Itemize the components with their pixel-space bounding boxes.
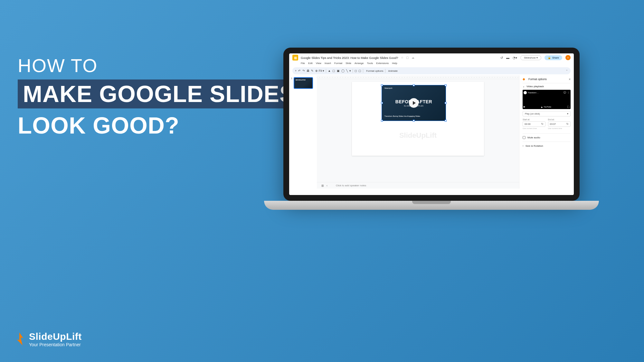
menu-help[interactable]: Help xyxy=(392,62,397,66)
resize-handle[interactable] xyxy=(381,84,383,86)
yt-play-icon[interactable]: ▶ xyxy=(524,106,525,108)
cloud-icon[interactable]: ☁ xyxy=(412,56,414,59)
end-time-input[interactable]: 03:07 ↻ xyxy=(548,121,571,127)
laptop-frame: ▦ Google Slides Tips and Tricks 2023: Ho… xyxy=(283,48,580,210)
ruler-horizontal[interactable] xyxy=(317,75,519,79)
brand-tagline: Your Presentation Partner xyxy=(29,342,82,347)
video-object[interactable]: SlideUpLift BEFORE AFTER SLIDES EXAMPLES… xyxy=(382,85,446,121)
speaker-notes-bar: ⊞ ‹ Click to add speaker notes xyxy=(317,182,519,189)
resize-handle[interactable] xyxy=(381,102,383,104)
refresh-icon[interactable]: ↻ xyxy=(541,123,544,125)
slide-number: 1 xyxy=(291,77,292,79)
resize-handle[interactable] xyxy=(445,84,447,86)
use-current-time-end[interactable]: Use current time xyxy=(548,127,571,129)
resize-handle[interactable] xyxy=(413,84,415,86)
fullscreen-icon[interactable]: ⛶ xyxy=(567,106,570,108)
thumbnail-text: BEFORE AFTER xyxy=(296,79,306,81)
tool-format-options[interactable]: Format options xyxy=(366,70,383,72)
info-icon[interactable]: ⓘ xyxy=(564,91,566,94)
mute-checkbox[interactable] xyxy=(523,136,526,139)
brand-icon xyxy=(14,332,25,347)
start-at-label: Start at: xyxy=(523,118,545,121)
toolbar: + ↶ ↷ 🖶 ✎ ⊕ Fit ▾ ▲ ▢ ▣ ◯ ╲ ▾ ◻ ▢ Format… xyxy=(292,67,571,74)
play-mode-dropdown[interactable]: Play (on click) ▾ xyxy=(523,111,571,116)
resize-handle[interactable] xyxy=(413,120,415,122)
tool-redo[interactable]: ↷ xyxy=(302,69,305,72)
youtube-video-name: Transform ... xyxy=(528,92,563,94)
gslides-logo-icon[interactable]: ▦ xyxy=(292,55,298,60)
tool-mask[interactable]: ▢ xyxy=(358,69,361,72)
lock-icon: 🔒 xyxy=(548,56,551,59)
tool-textbox[interactable]: ▢ xyxy=(332,69,335,72)
format-options-icon: ◆ xyxy=(523,77,526,81)
tool-select[interactable]: ▲ xyxy=(328,69,331,72)
document-title[interactable]: Google Slides Tips and Tricks 2023: How … xyxy=(301,56,398,60)
hero-text: HOW TO MAKE GOOGLE SLIDES LOOK GOOD? xyxy=(18,55,300,139)
size-rotation-section[interactable]: › Size & Rotation xyxy=(523,142,571,147)
canvas-area: SlideUpLift BEFORE AFTER SLIDES EXAMPLES… xyxy=(317,79,519,182)
hero-line-1: HOW TO xyxy=(18,55,300,76)
tool-shape[interactable]: ◯ xyxy=(341,69,345,72)
resize-handle[interactable] xyxy=(381,120,383,122)
menu-slide[interactable]: Slide xyxy=(346,62,351,66)
mute-label: Mute audio xyxy=(527,136,540,139)
youtube-logo: ▶YouTube xyxy=(541,106,551,108)
watermark-text: SlideUpLift xyxy=(399,131,437,140)
grid-view-icon[interactable]: ⊞ xyxy=(321,184,324,187)
tool-paint[interactable]: ✎ xyxy=(311,69,314,72)
move-icon[interactable]: ▢ xyxy=(406,56,409,59)
menu-file[interactable]: File xyxy=(301,62,305,66)
menu-format[interactable]: Format xyxy=(334,62,342,66)
gslides-titlebar: ▦ Google Slides Tips and Tricks 2023: Ho… xyxy=(289,53,574,62)
share-button[interactable]: 🔒Share xyxy=(545,55,562,60)
history-icon[interactable]: ↺ xyxy=(500,56,503,60)
dropdown-icon: ▾ xyxy=(567,112,568,115)
end-at-label: End at: xyxy=(548,118,571,121)
toolbar-collapse-icon[interactable]: ⌃ xyxy=(566,70,568,72)
tool-line[interactable]: ╲ xyxy=(346,69,348,72)
more-icon[interactable]: ⋮ xyxy=(567,91,570,94)
tool-image[interactable]: ▣ xyxy=(337,69,340,72)
speaker-notes-placeholder[interactable]: Click to add speaker notes xyxy=(336,184,366,187)
menu-arrange[interactable]: Arrange xyxy=(355,62,364,66)
hero-line-3: LOOK GOOD? xyxy=(18,112,300,139)
close-icon[interactable]: × xyxy=(569,78,571,81)
slide-canvas[interactable]: SlideUpLift BEFORE AFTER SLIDES EXAMPLES… xyxy=(352,82,484,156)
brand-logo: SlideUpLift Your Presentation Partner xyxy=(14,331,82,347)
slideshow-button[interactable]: Slideshow ▾ xyxy=(520,55,541,60)
laptop-base xyxy=(264,201,599,210)
refresh-icon[interactable]: ↻ xyxy=(566,123,569,125)
youtube-preview[interactable]: Transform ... ⓘ ⋮ ▶ ▶YouTube ⛶ xyxy=(523,90,571,109)
tool-animate[interactable]: Animate xyxy=(388,70,398,72)
video-playback-section[interactable]: ⌄ Video playback xyxy=(523,85,571,88)
menu-edit[interactable]: Edit xyxy=(308,62,313,66)
menu-view[interactable]: View xyxy=(316,62,321,66)
menu-tools[interactable]: Tools xyxy=(367,62,373,66)
comment-icon[interactable]: ▬ xyxy=(506,56,509,60)
prev-icon[interactable]: ‹ xyxy=(327,184,327,187)
meet-icon[interactable]: ◔▾ xyxy=(513,56,517,60)
menu-insert[interactable]: Insert xyxy=(325,62,331,66)
tool-arrow[interactable]: ▾ xyxy=(349,69,351,72)
tool-new-slide[interactable]: + xyxy=(295,69,297,72)
resize-handle[interactable] xyxy=(445,102,447,104)
tool-zoom[interactable]: ⊕ Fit ▾ xyxy=(315,69,324,72)
channel-avatar-icon xyxy=(524,91,527,94)
tool-print[interactable]: 🖶 xyxy=(307,69,309,72)
video-desc-text: Transform Boring Slides Into Engaging Sl… xyxy=(384,115,420,117)
format-options-panel: ◆ Format options × ⌄ Video playback Tra xyxy=(519,75,574,189)
play-icon[interactable] xyxy=(409,98,419,108)
chevron-down-icon: ⌄ xyxy=(523,85,525,88)
account-avatar[interactable]: Y xyxy=(565,55,571,60)
resize-handle[interactable] xyxy=(445,120,447,122)
slide-thumbnail[interactable]: BEFORE AFTER xyxy=(294,77,313,89)
menu-bar: File Edit View Insert Format Slide Arran… xyxy=(289,62,574,66)
menu-extensions[interactable]: Extensions xyxy=(376,62,389,66)
brand-name: SlideUpLift xyxy=(29,331,82,342)
use-current-time-start[interactable]: Use current time xyxy=(523,127,545,129)
start-time-input[interactable]: 00:00 ↻ xyxy=(523,121,545,127)
chevron-right-icon: › xyxy=(523,144,524,147)
tool-undo[interactable]: ↶ xyxy=(298,69,301,72)
tool-crop[interactable]: ◻ xyxy=(355,69,357,72)
star-icon[interactable]: ☆ xyxy=(401,56,403,59)
